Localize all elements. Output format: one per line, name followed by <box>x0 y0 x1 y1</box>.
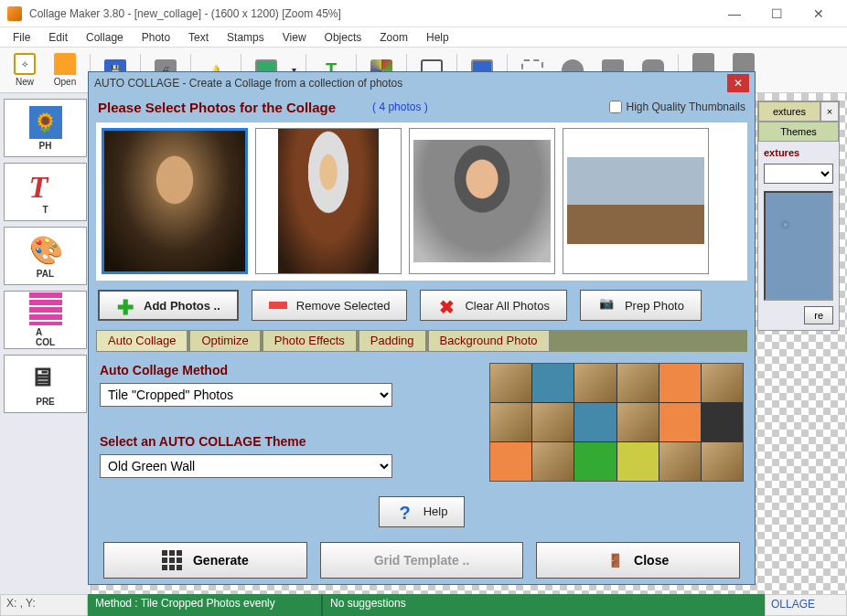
sidebar-palette[interactable]: 🎨PAL <box>4 227 87 285</box>
photo-thumb-3[interactable] <box>409 128 555 274</box>
menu-collage[interactable]: Collage <box>77 29 133 46</box>
menu-text[interactable]: Text <box>179 29 218 46</box>
textures-apply-button[interactable]: re <box>804 306 833 324</box>
app-icon <box>7 6 22 21</box>
textures-panel-close[interactable]: × <box>820 101 839 122</box>
clear-all-button[interactable]: ✖Clear All Photos <box>420 290 567 321</box>
tab-background-photo[interactable]: Background Photo <box>428 330 550 352</box>
status-method: Method : Tile Cropped Photos evenly <box>88 594 321 616</box>
textures-select[interactable] <box>764 164 833 184</box>
remove-selected-button[interactable]: Remove Selected <box>252 290 408 321</box>
help-icon: ? <box>396 503 414 521</box>
close-dialog-button[interactable]: 🚪Close <box>536 542 740 579</box>
door-icon: 🚪 <box>607 553 623 568</box>
tab-photo-effects[interactable]: Photo Effects <box>263 330 357 352</box>
close-window-button[interactable]: ✕ <box>798 0 840 27</box>
dialog-close-button[interactable]: ✕ <box>727 74 749 92</box>
menu-edit[interactable]: Edit <box>39 29 77 46</box>
method-label: Auto Collage Method <box>100 363 475 377</box>
minus-icon <box>269 302 287 309</box>
photo-thumb-1[interactable] <box>102 128 248 274</box>
high-quality-thumbnails[interactable]: High Quality Thumbnails <box>609 101 745 113</box>
sidebar-text[interactable]: TT <box>4 163 87 221</box>
high-quality-checkbox[interactable] <box>609 101 622 113</box>
plus-icon: ✚ <box>116 296 134 314</box>
menu-stamps[interactable]: Stamps <box>218 29 273 46</box>
left-tool-panel: 🌻PH TT 🎨PAL A COL 🖥PRE <box>0 93 91 594</box>
textures-heading: extures <box>764 147 833 158</box>
status-right: OLLAGE <box>765 594 847 616</box>
status-bar: X: , Y: Method : Tile Cropped Photos eve… <box>0 594 847 616</box>
theme-select[interactable]: Old Green Wall <box>100 454 392 478</box>
theme-preview-grid <box>489 363 744 482</box>
sidebar-auto-collage[interactable]: A COL <box>4 291 87 349</box>
status-coords: X: , Y: <box>0 594 88 616</box>
dialog-heading: Please Select Photos for the Collage <box>98 100 336 115</box>
camera-icon: 📷 <box>597 296 616 314</box>
help-button[interactable]: ?Help <box>379 496 466 527</box>
tab-optimize[interactable]: Optimize <box>189 330 260 352</box>
menu-file[interactable]: File <box>4 29 39 46</box>
textures-panel: extures × Themes extures re <box>757 101 840 331</box>
photo-thumbnail-strip <box>96 122 747 281</box>
dialog-title: AUTO COLLAGE - Create a Collage from a c… <box>94 77 727 90</box>
grid-template-button[interactable]: Grid Template .. <box>320 542 524 579</box>
menu-view[interactable]: View <box>273 29 316 46</box>
tab-themes[interactable]: Themes <box>758 122 839 142</box>
menu-bar: File Edit Collage Photo Text Stamps View… <box>0 27 847 48</box>
theme-label: Select an AUTO COLLAGE Theme <box>100 434 475 449</box>
tab-content: Auto Collage Method Tile "Cropped" Photo… <box>89 352 755 493</box>
add-photos-button[interactable]: ✚Add Photos .. <box>98 290 239 321</box>
sidebar-preview[interactable]: 🖥PRE <box>4 355 87 413</box>
menu-objects[interactable]: Objects <box>316 29 371 46</box>
menu-help[interactable]: Help <box>417 29 458 46</box>
photo-thumb-4[interactable] <box>563 128 709 274</box>
method-select[interactable]: Tile "Cropped" Photos <box>100 383 392 407</box>
sidebar-photos[interactable]: 🌻PH <box>4 99 87 157</box>
menu-photo[interactable]: Photo <box>133 29 179 46</box>
toolbar-open[interactable]: Open <box>46 49 84 91</box>
dialog-titlebar[interactable]: AUTO COLLAGE - Create a Collage from a c… <box>89 72 755 94</box>
tab-textures[interactable]: extures <box>758 101 820 122</box>
tab-padding[interactable]: Padding <box>359 330 426 352</box>
x-icon: ✖ <box>437 296 456 314</box>
minimize-button[interactable]: — <box>713 0 756 27</box>
toolbar-new[interactable]: ✧New <box>5 49 44 91</box>
dialog-tabs: Auto Collage Optimize Photo Effects Padd… <box>96 330 747 352</box>
photo-count: ( 4 photos ) <box>372 101 428 113</box>
tab-auto-collage[interactable]: Auto Collage <box>96 330 188 352</box>
maximize-button[interactable]: ☐ <box>756 0 798 27</box>
prep-photo-button[interactable]: 📷Prep Photo <box>580 290 702 321</box>
menu-zoom[interactable]: Zoom <box>370 29 417 46</box>
grid-icon <box>162 550 182 570</box>
generate-button[interactable]: Generate <box>103 542 307 579</box>
texture-preview <box>764 191 833 301</box>
photo-thumb-2[interactable] <box>255 128 402 274</box>
status-suggestions: No suggestions <box>321 594 765 616</box>
window-titlebar: Collage Maker 3.80 - [new_collage] - (16… <box>0 0 847 27</box>
auto-collage-dialog: AUTO COLLAGE - Create a Collage from a c… <box>88 71 756 585</box>
window-title: Collage Maker 3.80 - [new_collage] - (16… <box>29 7 713 20</box>
